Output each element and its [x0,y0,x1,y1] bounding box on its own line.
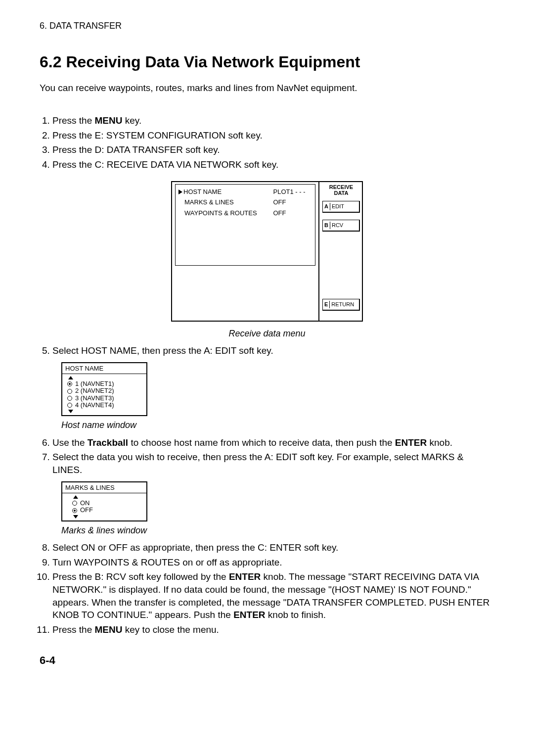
step-bold: MENU [95,624,123,635]
step-bold: Trackball [88,437,128,448]
step-7: Select the data you wish to receive, the… [52,451,494,476]
radio-icon [72,508,77,513]
menu-left-panel: HOST NAME PLOT1 - - - MARKS & LINES OFF … [172,182,319,321]
step-text: Press the B: RCV soft key followed by th… [52,571,229,582]
softkey-title: RECEIVEDATA [322,184,360,196]
softkey-label: EDIT [332,203,344,210]
item-label: 3 (NAVNET3) [75,395,114,402]
menu-softkey-panel: RECEIVEDATA A EDIT B RCV E RETURN [320,182,362,321]
cursor-icon [178,189,182,194]
step-1: Press the MENU key. [52,114,494,127]
row-label: MARKS & LINES [178,197,273,208]
step-text: knob to finish. [266,610,326,620]
section-title: 6.2 Receiving Data Via Network Equipment [40,51,494,73]
table-row: WAYPOINTS & ROUTES OFF [178,208,312,219]
softkey-letter: B [324,222,330,229]
figure-marks-lines-window: MARKS & LINES ON OFF [61,481,147,521]
figure-caption: Marks & lines window [61,524,494,536]
step-6: Use the Trackball to choose host name fr… [52,436,494,449]
list-item[interactable]: 3 (NAVNET3) [65,395,143,402]
step-text: Press the [52,115,95,126]
page-header: 6. DATA TRANSFER [40,20,494,32]
softkey-a-edit[interactable]: A EDIT [322,201,360,213]
row-value: PLOT1 - - - [273,187,312,197]
row-label: WAYPOINTS & ROUTES [178,208,273,219]
item-label: 4 (NAVNET4) [75,402,114,409]
radio-icon [67,396,72,401]
list-item[interactable]: 4 (NAVNET4) [65,402,143,409]
figure-caption: Receive data menu [40,328,494,339]
step-10: Press the B: RCV soft key followed by th… [52,570,494,621]
step-bold: ENTER [395,437,427,448]
radio-icon [67,381,72,386]
menu-table: HOST NAME PLOT1 - - - MARKS & LINES OFF … [178,187,312,219]
radio-icon [67,389,72,394]
step-2: Press the E: SYSTEM CONFIGURATION soft k… [52,129,494,142]
softkey-letter: E [324,301,330,308]
down-arrow-icon [73,515,78,519]
list-item[interactable]: 2 (NAVNET2) [65,387,143,394]
figure-caption: Host name window [61,419,494,431]
softkey-b-rcv[interactable]: B RCV [322,220,360,232]
step-9: Turn WAYPOINTS & ROUTES on or off as app… [52,556,494,569]
figure-host-name-window: HOST NAME 1 (NAVNET1) 2 (NAVNET2) 3 (NAV… [61,362,147,417]
step-text: key. [123,115,142,126]
softkey-label: RCV [332,222,343,229]
item-label: 2 (NAVNET2) [75,387,114,394]
step-bold: ENTER [233,610,265,620]
up-arrow-icon [68,376,73,379]
step-bold: MENU [95,115,123,126]
softkey-letter: A [324,203,330,210]
window-title: MARKS & LINES [62,482,146,494]
item-label: 1 (NAVNET1) [75,380,114,387]
step-text: to choose host name from which to receiv… [128,437,395,448]
table-row: MARKS & LINES OFF [178,197,312,208]
step-4: Press the C: RECEIVE DATA VIA NETWORK so… [52,158,494,171]
softkey-e-return[interactable]: E RETURN [322,299,360,311]
step-text: knob. [427,437,452,448]
step-text: Use the [52,437,88,448]
table-row: HOST NAME PLOT1 - - - [178,187,312,197]
step-8: Select ON or OFF as appropriate, then pr… [52,541,494,554]
step-11: Press the MENU key to close the menu. [52,623,494,636]
figure-receive-data-menu: HOST NAME PLOT1 - - - MARKS & LINES OFF … [40,181,494,339]
steps-list: Press the MENU key. Press the E: SYSTEM … [40,114,494,171]
radio-icon [67,403,72,408]
intro-text: You can receive waypoints, routes, marks… [40,82,494,94]
window-title: HOST NAME [62,363,146,375]
down-arrow-icon [68,410,73,413]
item-label: OFF [80,507,93,514]
list-item[interactable]: ON [65,500,143,507]
step-text: key to close the menu. [123,624,219,635]
steps-list-cont2: Use the Trackball to choose host name fr… [40,436,494,476]
radio-icon [72,501,77,506]
row-value: OFF [273,208,312,219]
row-value: OFF [273,197,312,208]
item-label: ON [80,500,90,507]
step-5: Select HOST NAME, then press the A: EDIT… [52,344,494,357]
row-label: HOST NAME [183,188,222,195]
list-item[interactable]: 1 (NAVNET1) [65,380,143,387]
step-bold: ENTER [229,571,261,582]
steps-list-cont: Select HOST NAME, then press the A: EDIT… [40,344,494,357]
up-arrow-icon [73,495,78,499]
step-3: Press the D: DATA TRANSFER soft key. [52,143,494,156]
page-number: 6-4 [40,653,494,668]
softkey-label: RETURN [331,301,354,308]
steps-list-cont3: Select ON or OFF as appropriate, then pr… [40,541,494,636]
step-text: Press the [52,624,95,635]
list-item[interactable]: OFF [65,507,143,514]
